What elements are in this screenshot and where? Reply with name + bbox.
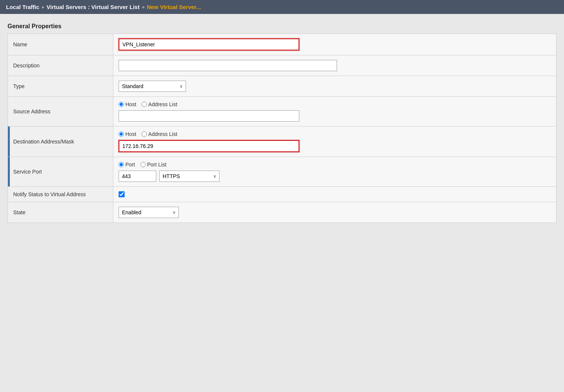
breadcrumb-part2: Virtual Servers : Virtual Server List: [47, 4, 140, 10]
source-address-input[interactable]: [119, 110, 299, 122]
service-select-wrapper: HTTPS HTTP FTP SSH Other: [159, 171, 220, 182]
dest-host-radio-label[interactable]: Host: [119, 131, 136, 137]
destination-address-row: Destination Address/Mask Host Address Li…: [8, 127, 556, 157]
description-label: Description: [8, 55, 113, 76]
type-row: Type Standard Performance (Layer 4) Forw…: [8, 76, 556, 97]
breadcrumb-sep2: »: [142, 4, 145, 10]
source-host-radio-label[interactable]: Host: [119, 101, 136, 107]
port-number-input[interactable]: [119, 171, 156, 182]
dest-host-radio[interactable]: [119, 131, 124, 137]
source-address-label: Source Address: [8, 97, 113, 127]
source-addresslist-radio[interactable]: [142, 102, 147, 107]
breadcrumb-part3: New Virtual Server...: [147, 4, 201, 10]
destination-address-label: Destination Address/Mask: [8, 127, 113, 157]
name-row: Name: [8, 34, 556, 55]
notify-status-checkbox-wrapper: [119, 191, 551, 197]
notify-status-value-cell: [113, 187, 556, 202]
state-label: State: [8, 202, 113, 223]
description-value-cell: [113, 55, 556, 76]
service-select[interactable]: HTTPS HTTP FTP SSH Other: [159, 171, 220, 182]
source-address-value-cell: Host Address List: [113, 97, 556, 127]
source-addresslist-radio-label[interactable]: Address List: [142, 101, 177, 107]
name-value-cell: [113, 34, 556, 55]
source-address-radio-group: Host Address List: [119, 101, 551, 107]
breadcrumb: Local Traffic » Virtual Servers : Virtua…: [0, 0, 564, 14]
service-port-value-cell: Port Port List HTTPS HTTP FTP SSH: [113, 157, 556, 187]
portlist-radio-label[interactable]: Port List: [140, 162, 166, 168]
description-row: Description: [8, 55, 556, 76]
notify-status-label: Notify Status to Virtual Address: [8, 187, 113, 202]
description-input[interactable]: [119, 60, 337, 71]
dest-addresslist-radio[interactable]: [142, 131, 147, 137]
destination-address-value-cell: Host Address List: [113, 127, 556, 157]
port-radio-label[interactable]: Port: [119, 162, 135, 168]
port-radio[interactable]: [119, 162, 124, 167]
name-input[interactable]: [119, 38, 299, 50]
port-row: HTTPS HTTP FTP SSH Other: [119, 171, 551, 182]
type-value-cell: Standard Performance (Layer 4) Forwardin…: [113, 76, 556, 97]
source-host-radio[interactable]: [119, 102, 124, 107]
state-select[interactable]: Enabled Disabled: [119, 207, 179, 218]
destination-radio-group: Host Address List: [119, 131, 551, 137]
type-select[interactable]: Standard Performance (Layer 4) Forwardin…: [119, 81, 186, 92]
service-port-row: Service Port Port Port List HTTPS: [8, 157, 556, 187]
page-content: General Properties Name Description Type: [0, 14, 564, 232]
service-port-label: Service Port: [8, 157, 113, 187]
state-select-wrapper: Enabled Disabled: [119, 207, 179, 218]
notify-status-row: Notify Status to Virtual Address: [8, 187, 556, 202]
type-label: Type: [8, 76, 113, 97]
general-properties-table: Name Description Type Standard: [8, 34, 556, 223]
breadcrumb-part1: Local Traffic: [6, 4, 39, 10]
state-value-cell: Enabled Disabled: [113, 202, 556, 223]
portlist-radio[interactable]: [140, 162, 146, 167]
name-label: Name: [8, 34, 113, 55]
breadcrumb-sep1: »: [41, 4, 44, 10]
destination-address-input[interactable]: [119, 140, 299, 152]
notify-status-checkbox[interactable]: [119, 191, 125, 197]
section-title: General Properties: [8, 23, 556, 30]
state-row: State Enabled Disabled: [8, 202, 556, 223]
dest-addresslist-radio-label[interactable]: Address List: [142, 131, 177, 137]
service-port-radio-group: Port Port List: [119, 162, 551, 168]
type-select-wrapper: Standard Performance (Layer 4) Forwardin…: [119, 81, 186, 92]
source-address-row: Source Address Host Address List: [8, 97, 556, 127]
